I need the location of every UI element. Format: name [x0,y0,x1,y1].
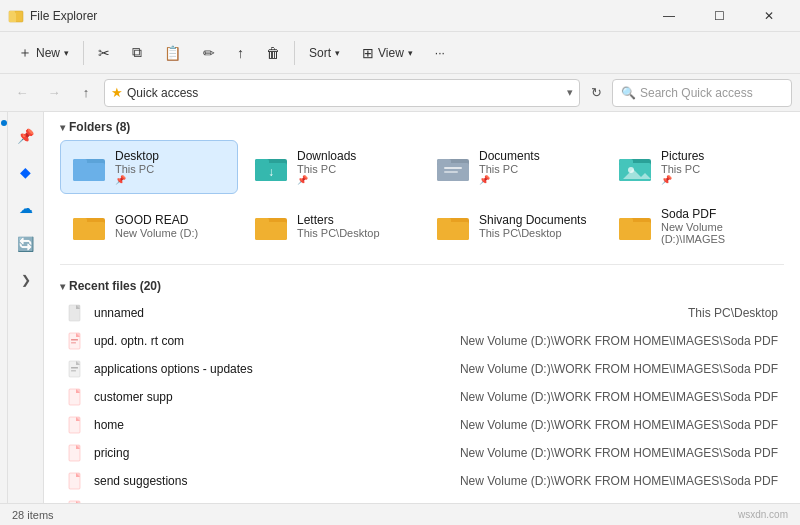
main-content: 📌 ◆ ☁ 🔄 ❯ ▾ Folders (8) D [0,112,800,503]
file-icon-4 [66,415,86,435]
file-path-3: New Volume (D:)\WORK FROM HOME\IMAGES\So… [460,390,778,404]
toolbar-separator-1 [83,41,84,65]
close-button[interactable]: ✕ [746,0,792,32]
sidebar-item-sync[interactable]: 🔄 [10,228,42,260]
rename-button[interactable]: ✏ [193,37,225,69]
recent-section-label: Recent files (20) [69,279,161,293]
svg-rect-17 [619,159,633,165]
folder-icon-downloads: ↓ [253,149,289,185]
folders-section-header[interactable]: ▾ Folders (8) [44,112,800,140]
svg-rect-13 [444,167,462,169]
file-name-5: pricing [94,446,460,460]
view-icon: ⊞ [362,45,374,61]
file-row-4[interactable]: home New Volume (D:)\WORK FROM HOME\IMAG… [60,411,784,439]
window-controls: — ☐ ✕ [646,0,792,32]
folder-info-pictures: Pictures This PC 📌 [661,149,704,185]
delete-button[interactable]: 🗑 [256,37,290,69]
share-button[interactable]: ↑ [227,37,254,69]
folder-name-goodread: GOOD READ [115,213,198,227]
sort-button[interactable]: Sort ▾ [299,37,350,69]
sidebar-item-dropbox[interactable]: ◆ [10,156,42,188]
folder-sub-sodapdf: New Volume (D:)\IMAGES [661,221,773,245]
file-path-0: This PC\Desktop [688,306,778,320]
more-button[interactable]: ··· [425,37,455,69]
svg-rect-1 [9,13,16,22]
folder-name-documents: Documents [479,149,540,163]
svg-rect-24 [255,222,287,240]
folder-sub-pictures: This PC [661,163,704,175]
view-button[interactable]: ⊞ View ▾ [352,37,423,69]
section-divider [60,264,784,265]
folder-item-goodread[interactable]: GOOD READ New Volume (D:) [60,198,238,254]
folder-info-letters: Letters This PC\Desktop [297,213,380,239]
address-chevron-icon: ▾ [567,86,573,99]
svg-rect-4 [73,163,105,181]
new-button[interactable]: ＋ New ▾ [8,37,79,69]
file-name-0: unnamed [94,306,688,320]
folder-item-sodapdf[interactable]: Soda PDF New Volume (D:)\IMAGES [606,198,784,254]
file-icon-6 [66,471,86,491]
recent-files-section-header[interactable]: ▾ Recent files (20) [44,271,800,299]
folder-sub-downloads: This PC [297,163,356,175]
up-button[interactable]: ↑ [72,79,100,107]
file-path-6: New Volume (D:)\WORK FROM HOME\IMAGES\So… [460,474,778,488]
toolbar-separator-2 [294,41,295,65]
address-input[interactable]: ★ Quick access ▾ [104,79,580,107]
folder-item-documents[interactable]: Documents This PC 📌 [424,140,602,194]
file-path-5: New Volume (D:)\WORK FROM HOME\IMAGES\So… [460,446,778,460]
minimize-button[interactable]: — [646,0,692,32]
forward-button[interactable]: → [40,79,68,107]
file-path-4: New Volume (D:)\WORK FROM HOME\IMAGES\So… [460,418,778,432]
file-icon-0 [66,303,86,323]
folder-sub-desktop: This PC [115,163,159,175]
folder-item-shivang[interactable]: Shivang Documents This PC\Desktop [424,198,602,254]
cut-button[interactable]: ✂ [88,37,120,69]
item-count: 28 items [12,509,54,521]
file-name-6: send suggestions [94,474,460,488]
folders-chevron-icon: ▾ [60,122,65,133]
folder-name-desktop: Desktop [115,149,159,163]
new-icon: ＋ [18,44,32,62]
file-row-2[interactable]: applications options - updates New Volum… [60,355,784,383]
folders-section-label: Folders (8) [69,120,130,134]
folder-name-letters: Letters [297,213,380,227]
file-row-0[interactable]: unnamed This PC\Desktop [60,299,784,327]
copy-button[interactable]: ⧉ [122,37,152,69]
folder-pin-pictures: 📌 [661,175,704,185]
refresh-button[interactable]: ↻ [584,81,608,105]
file-area: ▾ Folders (8) Desktop This PC 📌 [44,112,800,503]
file-row-7[interactable]: submit request New Volume (D:)\WORK FROM… [60,495,784,503]
svg-rect-22 [73,218,87,224]
folder-icon-goodread [71,208,107,244]
address-path: Quick access [127,86,563,100]
svg-text:↓: ↓ [268,165,274,179]
svg-rect-12 [437,159,451,165]
maximize-button[interactable]: ☐ [696,0,742,32]
recent-chevron-icon: ▾ [60,281,65,292]
folder-item-desktop[interactable]: Desktop This PC 📌 [60,140,238,194]
folder-sub-documents: This PC [479,163,540,175]
paste-button[interactable]: 📋 [154,37,191,69]
sidebar-item-arrow[interactable]: ❯ [10,264,42,296]
file-row-6[interactable]: send suggestions New Volume (D:)\WORK FR… [60,467,784,495]
folder-sub-goodread: New Volume (D:) [115,227,198,239]
file-row-3[interactable]: customer supp New Volume (D:)\WORK FROM … [60,383,784,411]
folder-item-downloads[interactable]: ↓ Downloads This PC 📌 [242,140,420,194]
sidebar-item-onedrive[interactable]: ☁ [10,192,42,224]
rename-icon: ✏ [203,45,215,61]
file-row-5[interactable]: pricing New Volume (D:)\WORK FROM HOME\I… [60,439,784,467]
file-row-1[interactable]: upd. optn. rt com New Volume (D:)\WORK F… [60,327,784,355]
svg-rect-31 [619,218,633,224]
sidebar: 📌 ◆ ☁ 🔄 ❯ [8,112,44,503]
svg-rect-2 [9,11,15,14]
back-button[interactable]: ← [8,79,36,107]
svg-rect-44 [71,370,76,372]
sidebar-item-pin[interactable]: 📌 [10,120,42,152]
folder-icon-shivang [435,208,471,244]
folder-item-pictures[interactable]: Pictures This PC 📌 [606,140,784,194]
toolbar: ＋ New ▾ ✂ ⧉ 📋 ✏ ↑ 🗑 Sort ▾ ⊞ View ▾ ··· [0,32,800,74]
search-box[interactable]: 🔍 Search Quick access [612,79,792,107]
folder-item-letters[interactable]: Letters This PC\Desktop [242,198,420,254]
folder-icon-desktop [71,149,107,185]
paste-icon: 📋 [164,45,181,61]
